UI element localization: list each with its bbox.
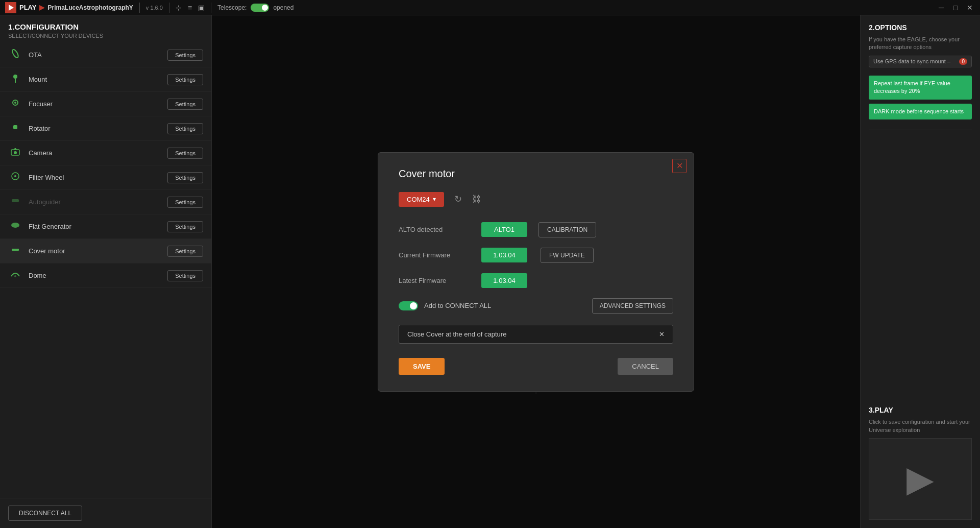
list-item: Autoguider Settings [0,190,211,214]
telescope-opened: opened [273,4,293,11]
repeat-frame-button[interactable]: Repeat last frame if EYE value decreases… [869,76,972,100]
rotator-label: Rotator [29,125,161,132]
dark-mode-button[interactable]: DARK mode before sequence starts [869,104,972,119]
sidebar-title: 1.CONFIGURATION [8,22,203,31]
modal-overlay: Cover motor ✕ COM24 ↻ ⛓ ALTO detected AL… [212,15,860,528]
connect-all-toggle[interactable] [399,301,418,310]
right-divider [869,130,972,130]
save-button[interactable]: SAVE [399,358,445,375]
alto-detected-label: ALTO detected [399,226,475,233]
play-logo-icon [5,2,16,13]
list-item: Focuser Settings [0,92,211,116]
ota-label: OTA [29,51,161,59]
rotator-icon [8,122,22,135]
latest-firmware-row: Latest Firmware 1.03.04 [399,273,673,288]
focuser-settings-button[interactable]: Settings [167,99,203,110]
svg-rect-7 [13,125,17,129]
list-item: Filter Wheel Settings [0,165,211,190]
mount-label: Mount [29,76,161,83]
save-icon[interactable]: ▣ [198,4,205,12]
link-icon[interactable]: ⛓ [472,194,481,205]
menu-icon[interactable]: ≡ [188,4,192,12]
brand-play: PLAY [19,4,36,11]
list-item: Flat Generator Settings [0,214,211,239]
dome-settings-button[interactable]: Settings [167,270,203,281]
options-title: 2.OPTIONS [869,23,972,32]
telescope-toggle[interactable] [251,4,269,12]
maximize-button[interactable]: □ [950,3,961,13]
flat-generator-label: Flat Generator [29,223,161,230]
refresh-icon[interactable]: ↻ [454,194,462,205]
list-item: Rotator Settings [0,116,211,141]
ota-settings-button[interactable]: Settings [167,50,203,61]
svg-rect-14 [12,249,19,251]
options-desc: If you have the EAGLE, choose your prefe… [869,36,972,52]
play-section: 3.PLAY Click to save configuration and s… [869,406,972,520]
autoguider-icon [8,195,22,209]
flat-generator-settings-button[interactable]: Settings [167,221,203,232]
com-port-button[interactable]: COM24 [399,192,444,207]
connect-all-row: Add to CONNECT ALL ADVANCED SETTINGS [399,298,673,314]
current-firmware-label: Current Firmware [399,251,475,259]
svg-point-11 [14,175,16,177]
sidebar-subtitle: SELECT/CONNECT YOUR DEVICES [8,33,203,39]
dome-label: Dome [29,272,161,279]
connect-all-label: Add to CONNECT ALL [424,302,491,309]
mount-settings-button[interactable]: Settings [167,74,203,85]
close-cover-row: Close Cover at the end of capture ✕ [399,325,673,344]
autoguider-settings-button[interactable]: Settings [167,197,203,208]
telescope-status: Telescope: opened [217,4,293,12]
close-cover-button[interactable]: Close Cover at the end of capture ✕ [399,325,673,344]
gps-row: Use GPS data to sync mount – 0 [869,56,972,67]
svg-point-3 [13,75,17,79]
list-item: Camera Settings [0,141,211,165]
svg-point-9 [14,151,17,154]
separator3 [211,3,211,13]
svg-point-15 [14,275,16,277]
modal-footer: SAVE CANCEL [399,358,673,375]
close-cover-x-icon: ✕ [659,330,665,338]
advanced-settings-button[interactable]: ADVANCED SETTINGS [592,298,673,314]
svg-rect-12 [12,199,19,202]
close-button[interactable]: ✕ [965,3,975,13]
minimize-button[interactable]: ─ [936,3,946,13]
latest-firmware-value: 1.03.04 [481,273,527,288]
device-list: OTA Settings Mount Settings Focuser Sett… [0,43,211,498]
cancel-button[interactable]: CANCEL [618,358,673,375]
separator2 [169,3,169,13]
latest-firmware-label: Latest Firmware [399,277,475,284]
ota-icon [8,48,22,62]
play-preview[interactable]: ▶ [869,438,972,520]
list-item: Cover motor Settings [0,239,211,263]
svg-point-6 [14,102,16,104]
sidebar-bottom: DISCONNECT ALL [0,498,211,528]
cover-motor-icon [8,244,22,258]
disconnect-all-button[interactable]: DISCONNECT ALL [8,506,82,521]
separator1 [139,3,140,13]
cover-motor-settings-button[interactable]: Settings [167,246,203,257]
svg-point-2 [11,49,19,59]
play-title: 3.PLAY [869,406,972,414]
camera-settings-button[interactable]: Settings [167,148,203,159]
filter-wheel-settings-button[interactable]: Settings [167,172,203,183]
topbar: PLAY ▶ PrimaLuceAstrophotographY v 1.6.0… [0,0,980,15]
autoguider-label: Autoguider [29,198,161,206]
focuser-icon [8,97,22,111]
list-item: Mount Settings [0,67,211,92]
cover-motor-modal: Cover motor ✕ COM24 ↻ ⛓ ALTO detected AL… [378,152,694,392]
calibration-button[interactable]: CALIBRATION [538,222,596,237]
gps-label: Use GPS data to sync mount – [873,58,950,64]
rotator-settings-button[interactable]: Settings [167,123,203,134]
modal-close-button[interactable]: ✕ [672,159,687,173]
modal-toolbar: COM24 ↻ ⛓ [399,192,673,207]
window-controls: ─ □ ✕ [936,3,975,13]
fw-update-button[interactable]: FW UPDATE [541,248,594,263]
center-content: Cover motor ✕ COM24 ↻ ⛓ ALTO detected AL… [212,15,860,528]
cursor-icon[interactable]: ⊹ [176,4,182,12]
sidebar: 1.CONFIGURATION SELECT/CONNECT YOUR DEVI… [0,15,212,528]
version-label: v 1.6.0 [146,5,163,11]
filter-wheel-label: Filter Wheel [29,174,161,181]
dome-icon [8,269,22,282]
alto-detected-row: ALTO detected ALTO1 CALIBRATION [399,222,673,237]
play-desc: Click to save configuration and start yo… [869,418,972,434]
